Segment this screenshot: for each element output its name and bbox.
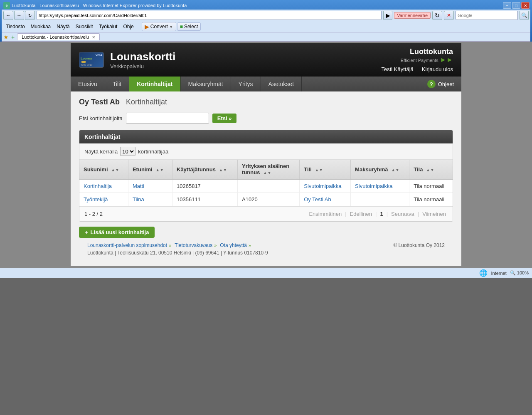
go-button[interactable]: ▶ [383, 11, 392, 20]
col-yrityksen-tunnus[interactable]: Yrityksen sisäinen tunnus ▲▼ [238, 160, 300, 179]
maximize-button[interactable]: □ [512, 2, 520, 9]
cell-tili-0: Sivutoimipaikka [300, 179, 351, 193]
menu-suosikit[interactable]: Suosikit [73, 23, 96, 30]
footer-arrow-2: » [214, 243, 217, 248]
maksuryh-link-0[interactable]: Sivutoimipaikka [355, 183, 392, 189]
page-div-1: | [345, 211, 346, 217]
search-input[interactable] [456, 11, 518, 20]
col-kayttajatunnus[interactable]: Käyttäjätunnus ▲▼ [172, 160, 238, 179]
search-field[interactable] [126, 113, 209, 124]
page-prev-link[interactable]: Edellinen [348, 210, 374, 218]
add-icon: + [85, 229, 88, 235]
refresh-button[interactable]: ↻ [25, 11, 35, 20]
col-etunimi[interactable]: Etunimi ▲▼ [128, 160, 172, 179]
luottokunta-arrow: ►► [440, 56, 453, 63]
nav-yritys[interactable]: Yritys [231, 77, 261, 91]
cell-tili-1: Oy Testi Ab [300, 193, 351, 206]
close-button[interactable]: ✕ [521, 2, 530, 9]
menu-muokkaa[interactable]: Muokkaa [28, 23, 54, 30]
logout-button[interactable]: Kirjaudu ulos [422, 66, 453, 72]
footer-links: Lounaskortti-palvelun sopimusehdot » Tie… [87, 242, 268, 248]
card-chip [81, 61, 86, 63]
search-button-green[interactable]: Etsi » [212, 114, 237, 123]
forward-button[interactable]: → [14, 11, 24, 20]
minimize-button[interactable]: − [503, 2, 511, 9]
col-tila[interactable]: Tila ▲▼ [409, 160, 453, 179]
footer-link-sopimusehdot[interactable]: Lounaskortti-palvelun sopimusehdot [87, 242, 167, 248]
convert-icon: ▶ [145, 23, 149, 30]
cell-tila-1: Tila normaali [409, 193, 453, 206]
add-favorite-icon[interactable]: + [11, 34, 15, 40]
menu-ohje[interactable]: Ohje [121, 23, 136, 30]
col-tili[interactable]: Tili ▲▼ [300, 160, 351, 179]
page-number[interactable]: 1 [378, 210, 384, 218]
sort-tili-icon: ▲▼ [315, 168, 323, 172]
table-header-row: Sukunimi ▲▼ Etunimi ▲▼ Käyttäjätunnus ▲▼ [79, 160, 453, 179]
etunimi-link-0[interactable]: Matti [133, 183, 144, 189]
header-right: Luottokunta Efficient Payments ►► Testi … [382, 47, 453, 72]
main-nav: Etusivu Tilit Kortinhaltijat Maksuryhmät… [71, 77, 461, 91]
sort-maksuryh-icon: ▲▼ [391, 168, 399, 172]
app-footer: Lounaskortti-palvelun sopimusehdot » Tie… [79, 238, 453, 260]
internet-icon: 🌐 [479, 269, 488, 277]
visa-label: VISA [81, 54, 102, 57]
menu-bar: Tiedosto Muokkaa Näytä Suosikit Työkalut… [2, 21, 530, 32]
cell-sukunimi-1: Työntekijä [79, 193, 128, 206]
status-bar: 🌐 Internet 🔍 100% [0, 268, 532, 278]
cert-error[interactable]: Varmennevirhe [394, 12, 431, 19]
etunimi-link-1[interactable]: Tiina [133, 196, 144, 203]
sukunimi-link-1[interactable]: Työntekijä [84, 196, 108, 203]
col-maksuryh[interactable]: Maksuryhmä ▲▼ [351, 160, 409, 179]
page-next-link[interactable]: Seuraava [389, 210, 416, 218]
logo-area: VISA Lounas 4000 0910 Lounaskortti Verkk… [79, 50, 175, 69]
back-button[interactable]: ← [3, 11, 13, 20]
convert-button[interactable]: ▶ Convert ▼ [142, 22, 176, 31]
cardholders-table: Sukunimi ▲▼ Etunimi ▲▼ Käyttäjätunnus ▲▼ [79, 160, 453, 206]
col-sukunimi[interactable]: Sukunimi ▲▼ [79, 160, 128, 179]
page-count: 1 - 2 / 2 [84, 211, 103, 217]
user-name[interactable]: Testi Käyttäjä [382, 66, 414, 72]
page-first-link[interactable]: Ensimmäinen [307, 210, 343, 218]
nav-maksuryh[interactable]: Maksuryhmät [181, 77, 231, 91]
efficient-payments: Efficient Payments [401, 58, 438, 63]
menu-tyokalut[interactable]: Työkalut [96, 23, 120, 30]
lounas-label: Lounas [81, 57, 102, 60]
page-div-3: | [387, 211, 388, 217]
add-btn-area: + Lisää uusi kortinhaltija [79, 227, 453, 238]
show-suffix: kortinhaltijaa [138, 148, 168, 155]
sort-yrtunnus-icon: ▲▼ [263, 170, 271, 175]
favorites-tab[interactable]: Luottokunta - Lounaskorttipalvelu ✕ [17, 33, 100, 40]
tili-link-0[interactable]: Sivutoimipaikka [304, 183, 341, 189]
table-controls: Näytä kerralla 10 25 50 kortinhaltijaa [79, 143, 453, 160]
refresh-btn2[interactable]: ↻ [432, 11, 442, 20]
nav-kortinhaltijat[interactable]: Kortinhaltijat [129, 77, 180, 91]
main-window: VISA Lounas 4000 0910 Lounaskortti Verkk… [71, 43, 461, 266]
stop-button[interactable]: ✕ [444, 11, 454, 20]
nav-asetukset[interactable]: Asetukset [261, 77, 302, 91]
nav-etusivu[interactable]: Etusivu [71, 77, 105, 91]
tili-link-1[interactable]: Oy Testi Ab [304, 196, 331, 203]
nav-tilit[interactable]: Tilit [105, 77, 129, 91]
menu-separator [139, 23, 139, 30]
footer-address: Luottokunta | Teollisuuskatu 21, 00510 H… [87, 250, 268, 256]
window-controls[interactable]: − □ ✕ [503, 2, 530, 9]
sukunimi-link-0[interactable]: Kortinhaltija [84, 183, 112, 189]
page-last-link[interactable]: Viimeinen [421, 210, 448, 218]
favorites-tab-close[interactable]: ✕ [92, 35, 95, 40]
footer-arrow-1: » [169, 243, 171, 248]
menu-tiedosto[interactable]: Tiedosto [3, 23, 27, 30]
footer-copyright: © Luottokunta Oy 2012 [393, 242, 445, 248]
footer-bottom: Lounaskortti-palvelun sopimusehdot » Tie… [87, 242, 445, 256]
nav-help[interactable]: ? Ohjeet [420, 77, 461, 91]
per-page-select[interactable]: 10 25 50 [120, 147, 135, 156]
favorites-star-icon[interactable]: ★ [3, 34, 9, 40]
select-button[interactable]: ■ Select [177, 22, 201, 31]
menu-nayta[interactable]: Näytä [54, 23, 72, 30]
cell-maksuryh-0: Sivutoimipaikka [351, 179, 409, 193]
footer-link-tietoturva[interactable]: Tietoturvakuvaus [175, 242, 212, 248]
address-input[interactable] [37, 11, 382, 20]
address-bar: ← → ↻ ▶ Varmennevirhe ↻ ✕ 🔍 [2, 10, 530, 21]
search-button[interactable]: 🔍 [520, 11, 529, 20]
add-cardholder-button[interactable]: + Lisää uusi kortinhaltija [79, 227, 155, 238]
footer-link-ota-yhteys[interactable]: Ota yhteyttä [220, 242, 247, 248]
